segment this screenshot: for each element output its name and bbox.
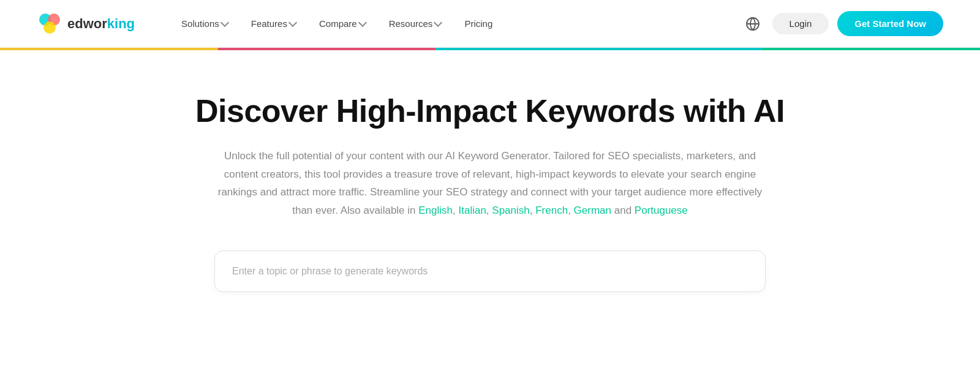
get-started-button[interactable]: Get Started Now — [837, 11, 943, 36]
logo-text: edworking — [67, 16, 135, 32]
login-button[interactable]: Login — [772, 13, 829, 34]
logo[interactable]: edworking — [37, 11, 135, 37]
navigation: edworking Solutions Features Compare Res… — [0, 0, 980, 48]
nav-item-resources[interactable]: Resources — [379, 13, 451, 34]
nav-item-features[interactable]: Features — [241, 13, 306, 34]
color-bar-red — [218, 48, 436, 50]
chevron-down-icon — [434, 18, 442, 27]
edworking-logo-icon — [37, 11, 62, 37]
nav-item-solutions[interactable]: Solutions — [172, 13, 238, 34]
keyword-search-box[interactable]: Enter a topic or phrase to generate keyw… — [214, 250, 766, 292]
hero-title: Discover High-Impact Keywords with AI — [195, 93, 785, 130]
nav-right: Login Get Started Now — [742, 11, 943, 36]
color-bar — [0, 48, 980, 50]
color-bar-green — [762, 48, 980, 50]
color-bar-yellow — [0, 48, 218, 50]
globe-icon — [745, 17, 760, 31]
color-bar-teal — [435, 48, 762, 50]
svg-point-2 — [43, 21, 56, 34]
chevron-down-icon — [358, 18, 367, 27]
language-link-spanish[interactable]: Spanish — [492, 205, 529, 216]
chevron-down-icon — [221, 18, 229, 27]
language-link-english[interactable]: English — [418, 205, 453, 216]
language-link-german[interactable]: German — [574, 205, 611, 216]
nav-item-compare[interactable]: Compare — [309, 13, 375, 34]
nav-item-pricing[interactable]: Pricing — [454, 13, 502, 34]
hero-description: Unlock the full potential of your conten… — [214, 147, 766, 220]
search-placeholder-text: Enter a topic or phrase to generate keyw… — [232, 266, 428, 276]
language-link-french[interactable]: French — [535, 205, 568, 216]
chevron-down-icon — [288, 18, 297, 27]
language-link-portuguese[interactable]: Portuguese — [635, 205, 688, 216]
language-selector[interactable] — [742, 13, 764, 35]
nav-links: Solutions Features Compare Resources Pri… — [172, 13, 742, 34]
language-link-italian[interactable]: Italian — [458, 205, 486, 216]
hero-section: Discover High-Impact Keywords with AI Un… — [0, 50, 980, 317]
